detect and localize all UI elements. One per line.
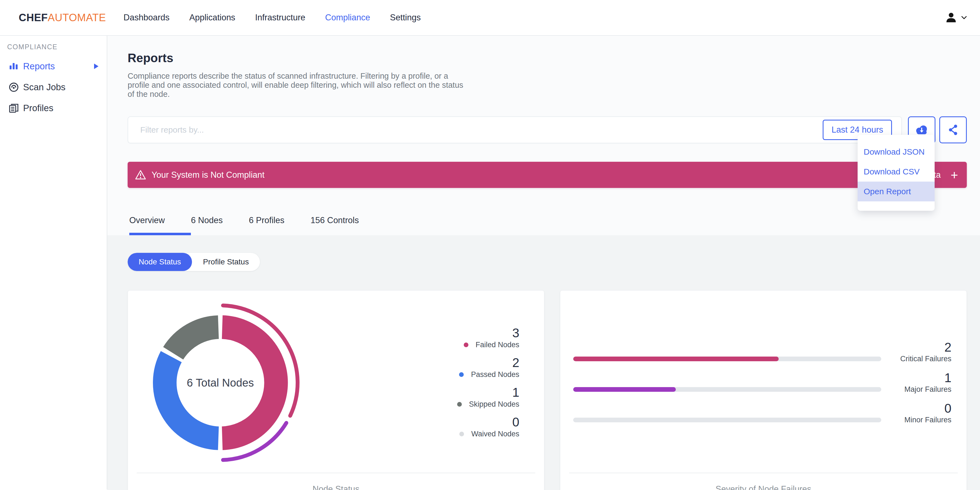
legend-value: 1 bbox=[457, 385, 519, 399]
filter-reports-input[interactable] bbox=[128, 125, 822, 135]
page-description: Compliance reports describe the status o… bbox=[127, 72, 469, 99]
donut-legend: 3 Failed Nodes 2 Passed Nodes bbox=[457, 326, 519, 445]
user-avatar-icon bbox=[945, 12, 957, 23]
donut-center-label: 6 Total Nodes bbox=[187, 377, 254, 389]
chevron-down-icon bbox=[961, 16, 967, 19]
nav-applications[interactable]: Applications bbox=[189, 13, 235, 22]
legend-label: Failed Nodes bbox=[476, 340, 519, 349]
severity-caption: Severity of Node Failures bbox=[560, 473, 967, 490]
severity-row-minor: 0 Minor Failures bbox=[573, 401, 951, 425]
nav-infrastructure[interactable]: Infrastructure bbox=[255, 13, 305, 22]
major-failures-value: 1 bbox=[892, 371, 951, 385]
filter-container: Last 24 hours bbox=[127, 116, 902, 143]
passed-dot-icon bbox=[459, 372, 464, 377]
documents-icon bbox=[8, 103, 19, 113]
sidebar-item-reports[interactable]: Reports bbox=[6, 56, 107, 77]
legend-passed-nodes: 2 Passed Nodes bbox=[457, 355, 519, 379]
legend-failed-nodes: 3 Failed Nodes bbox=[457, 326, 519, 349]
legend-value: 3 bbox=[457, 326, 519, 340]
critical-failures-value: 2 bbox=[892, 340, 951, 354]
tab-overview[interactable]: Overview bbox=[129, 215, 191, 235]
bar-chart-icon bbox=[8, 62, 19, 71]
minor-failures-label: Minor Failures bbox=[892, 415, 951, 425]
skipped-dot-icon bbox=[457, 402, 462, 407]
tab-profiles[interactable]: 6 Profiles bbox=[249, 215, 310, 235]
severity-card: 2 Critical Failures 1 Major Failures bbox=[560, 290, 967, 490]
minor-failures-value: 0 bbox=[892, 401, 951, 415]
menu-item-download-csv[interactable]: Download CSV bbox=[858, 162, 935, 181]
menu-item-download-json[interactable]: Download JSON bbox=[858, 142, 935, 162]
legend-skipped-nodes: 1 Skipped Nodes bbox=[457, 385, 519, 409]
legend-value: 0 bbox=[457, 415, 519, 429]
banner-message: Your System is Not Compliant bbox=[151, 170, 265, 180]
sidebar-item-profiles[interactable]: Profiles bbox=[6, 98, 107, 119]
sidebar-item-label: Reports bbox=[23, 61, 55, 72]
plus-icon[interactable]: + bbox=[951, 169, 958, 181]
compliance-status-banner: Your System is Not Compliant ta + bbox=[127, 162, 967, 188]
download-menu: Download JSON Download CSV Open Report bbox=[858, 135, 935, 211]
legend-waived-nodes: 0 Waived Nodes bbox=[457, 415, 519, 439]
sidebar-section-label: COMPLIANCE bbox=[6, 43, 107, 51]
failed-dot-icon bbox=[464, 342, 468, 347]
scanner-icon bbox=[8, 82, 19, 92]
report-tabs: Overview 6 Nodes 6 Profiles 156 Controls bbox=[129, 215, 967, 235]
legend-label: Skipped Nodes bbox=[469, 400, 519, 409]
toggle-node-status[interactable]: Node Status bbox=[127, 253, 192, 271]
node-status-card: 6 Total Nodes 3 Failed Nodes bbox=[127, 290, 544, 490]
share-icon bbox=[947, 124, 959, 136]
minor-failures-bar bbox=[573, 418, 881, 422]
logo-chef: CHEF bbox=[19, 12, 48, 24]
sidebar-item-label: Scan Jobs bbox=[23, 82, 65, 92]
main-nav: Dashboards Applications Infrastructure C… bbox=[124, 13, 421, 22]
critical-failures-bar bbox=[573, 356, 881, 361]
sidebar-item-scan-jobs[interactable]: Scan Jobs bbox=[6, 77, 107, 98]
chevron-right-icon bbox=[94, 64, 99, 69]
waived-dot-icon bbox=[459, 432, 464, 436]
status-toggle: Node Status Profile Status bbox=[127, 253, 260, 271]
sidebar-item-label: Profiles bbox=[23, 103, 53, 113]
severity-row-critical: 2 Critical Failures bbox=[573, 340, 951, 363]
filter-toolbar: Last 24 hours bbox=[127, 116, 967, 143]
legend-value: 2 bbox=[457, 355, 519, 370]
major-failures-bar bbox=[573, 387, 881, 392]
nav-dashboards[interactable]: Dashboards bbox=[124, 13, 169, 22]
compliance-sidebar: COMPLIANCE Reports Scan Jobs Profiles bbox=[0, 36, 107, 490]
share-report-button[interactable] bbox=[939, 116, 967, 143]
legend-label: Passed Nodes bbox=[471, 370, 519, 379]
cloud-download-icon bbox=[914, 124, 929, 135]
page-title: Reports bbox=[127, 51, 967, 65]
tab-controls[interactable]: 156 Controls bbox=[310, 215, 385, 235]
severity-row-major: 1 Major Failures bbox=[573, 371, 951, 394]
major-failures-label: Major Failures bbox=[892, 385, 951, 394]
nav-compliance[interactable]: Compliance bbox=[325, 13, 370, 22]
critical-failures-label: Critical Failures bbox=[892, 354, 951, 363]
chef-automate-logo[interactable]: CHEFAUTOMATE bbox=[19, 12, 106, 24]
tab-nodes[interactable]: 6 Nodes bbox=[191, 215, 249, 235]
node-status-caption: Node Status bbox=[128, 473, 544, 490]
warning-triangle-icon bbox=[135, 170, 146, 180]
node-status-donut-chart: 6 Total Nodes bbox=[135, 298, 305, 468]
severity-bars: 2 Critical Failures 1 Major Failures bbox=[560, 291, 967, 425]
nav-settings[interactable]: Settings bbox=[390, 13, 421, 22]
banner-trailing-text: ta bbox=[934, 170, 941, 180]
menu-item-open-report[interactable]: Open Report bbox=[858, 181, 935, 201]
legend-label: Waived Nodes bbox=[471, 430, 519, 438]
logo-automate: AUTOMATE bbox=[48, 12, 106, 24]
user-menu[interactable] bbox=[945, 12, 969, 23]
toggle-profile-status[interactable]: Profile Status bbox=[192, 253, 260, 271]
top-navigation: CHEFAUTOMATE Dashboards Applications Inf… bbox=[0, 0, 980, 36]
